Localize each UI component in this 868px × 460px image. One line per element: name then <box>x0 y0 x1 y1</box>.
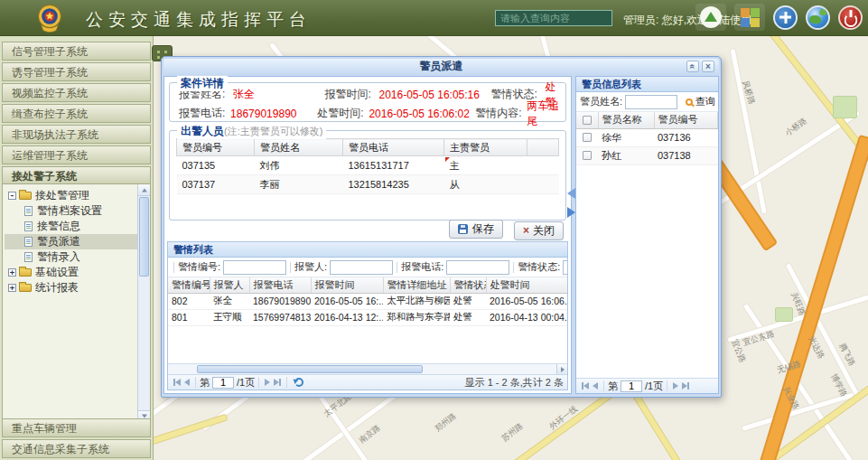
search-magnifier-icon <box>686 99 693 106</box>
close-window-button[interactable]: × <box>702 61 714 72</box>
filter-label-reporter: 报警人: <box>294 260 327 274</box>
table-row[interactable]: 孙红 037138 <box>576 146 718 164</box>
page-number-input[interactable] <box>621 380 642 392</box>
move-left-arrow-button[interactable] <box>567 188 575 199</box>
collapse-box-icon[interactable]: - <box>8 192 16 200</box>
map-globe-button[interactable] <box>806 5 830 30</box>
tree-node-archive-setting[interactable]: 警情档案设置 <box>5 203 137 219</box>
alert-list-panel: 警情列表 警情编号: 报警人: 报警电话: 警情状态: <box>167 241 568 390</box>
filter-label-phone: 报警电话: <box>401 260 443 274</box>
status-combo-input[interactable] <box>563 260 568 275</box>
cell-main-role[interactable]: 主 <box>444 156 527 175</box>
scroll-right-button[interactable] <box>556 364 567 374</box>
refresh-system-button[interactable] <box>695 4 726 31</box>
column-header[interactable]: 警员编号 <box>177 139 255 156</box>
phone-input[interactable] <box>446 260 509 275</box>
column-header[interactable]: 报警人 <box>210 277 249 293</box>
cell-main-role[interactable]: 从 <box>444 175 527 194</box>
tree-node-alarm-entry[interactable]: 警情录入 <box>5 249 137 265</box>
dialog-titlebar[interactable]: 警员派遣 « × <box>163 59 719 74</box>
scrollbar-thumb[interactable] <box>139 197 149 277</box>
close-button-label: 关闭 <box>533 223 555 239</box>
cell-officer-id: 037138 <box>654 146 718 164</box>
table-row[interactable]: 037135 刘伟 13615131717 主 <box>177 156 559 175</box>
cell-officer-name: 孙红 <box>598 146 654 164</box>
first-page-button[interactable] <box>173 379 181 386</box>
last-page-button[interactable] <box>274 379 281 386</box>
global-search-input[interactable] <box>495 10 612 26</box>
alert-id-input[interactable] <box>223 260 286 275</box>
column-header[interactable]: 警情状态 <box>450 277 486 293</box>
page-prefix-label: 第 <box>200 376 210 390</box>
cell-officer-name: 徐华 <box>598 128 654 146</box>
alert-grid: 警情编号 报警人 报警电话 报警时间 警情详细地址 警情状态 处警时间 802张… <box>168 277 567 363</box>
sidebar-item-key-vehicles[interactable]: 重点车辆管理 <box>2 418 151 437</box>
tree-scrollbar[interactable] <box>137 184 150 422</box>
sidebar-item-guidance[interactable]: 诱导管理子系统 <box>2 62 151 81</box>
close-button[interactable]: × 关闭 <box>514 221 564 240</box>
column-header[interactable]: 警员编号 <box>654 112 718 128</box>
sidebar-item-traffic-collection[interactable]: 交通信息采集子系统 <box>2 439 151 458</box>
horizontal-scrollbar[interactable] <box>168 363 567 374</box>
table-row[interactable]: 801王守顺 157699748132016-04-13 12:... 郑和路与… <box>168 309 567 325</box>
tree-node-officer-dispatch[interactable]: 警员派遣 <box>5 234 137 249</box>
sidebar-item-video[interactable]: 视频监控子系统 <box>2 83 151 102</box>
map-road-label: 郑州路 <box>433 410 459 435</box>
tree-node-statistics[interactable]: + 统计报表 <box>5 280 137 296</box>
add-button[interactable] <box>773 5 798 30</box>
move-right-arrow-button[interactable] <box>567 207 575 218</box>
column-header[interactable]: 报警时间 <box>311 277 383 293</box>
dispatch-officers-fieldset: 出警人员(注:主责警员可以修改) 警员编号 警员姓名 警员电话 主责警员 037… <box>169 130 566 221</box>
apps-grid-button[interactable] <box>734 4 765 31</box>
tree-node-alarm-info[interactable]: 接警信息 <box>5 219 137 234</box>
column-header[interactable]: 处警时间 <box>486 277 567 293</box>
tree-node-dispatch-mgmt[interactable]: - 接处警管理 <box>5 188 137 203</box>
expand-box-icon[interactable]: + <box>8 284 16 292</box>
column-header[interactable]: 警情详细地址 <box>383 277 450 293</box>
first-page-button[interactable] <box>582 382 589 390</box>
next-page-button[interactable] <box>265 379 270 386</box>
page-number-input[interactable] <box>212 377 234 389</box>
sidebar-item-dispatch-system[interactable]: 接处警子系统 <box>2 166 151 185</box>
column-header[interactable]: 报警电话 <box>249 277 311 293</box>
hscrollbar-thumb[interactable] <box>197 365 423 373</box>
status-combobox[interactable] <box>563 260 568 275</box>
prev-page-button[interactable] <box>593 382 598 390</box>
dispatch-note: (注:主责警员可以修改) <box>224 126 322 136</box>
tree-node-basic-setting[interactable]: + 基础设置 <box>5 265 137 280</box>
select-all-header[interactable] <box>576 112 598 128</box>
dispatch-legend-text: 出警人员 <box>181 125 224 137</box>
prev-page-button[interactable] <box>184 379 190 386</box>
last-page-button[interactable] <box>682 382 689 390</box>
sidebar-item-checkpoint[interactable]: 缉查布控子系统 <box>2 104 151 123</box>
dialog-title: 警员派遣 <box>420 59 463 74</box>
checkbox-icon[interactable] <box>583 116 592 125</box>
expand-box-icon[interactable]: + <box>8 268 16 277</box>
refresh-icon[interactable] <box>294 378 303 387</box>
sidebar-item-signal[interactable]: 信号管理子系统 <box>2 42 151 61</box>
collapse-window-button[interactable]: « <box>686 61 699 72</box>
table-row[interactable]: 802张全 186790198902016-05-05 16:... 太平北路与… <box>168 293 567 309</box>
sidebar-bottom: 重点车辆管理 交通信息采集子系统 <box>0 417 153 458</box>
close-x-icon: × <box>523 224 529 237</box>
save-button[interactable]: 保存 <box>449 220 503 239</box>
row-checkbox[interactable] <box>583 133 592 142</box>
officer-name-input[interactable] <box>625 95 677 109</box>
reporter-input[interactable] <box>330 260 393 275</box>
column-header[interactable]: 警员名称 <box>598 112 654 128</box>
field-label: 报警电话: <box>179 106 230 121</box>
column-header-alert-id[interactable]: 警情编号 <box>168 277 210 293</box>
logout-power-button[interactable] <box>838 5 863 30</box>
sidebar-item-ops[interactable]: 运维管理子系统 <box>2 146 151 164</box>
table-row[interactable]: 徐华 037136 <box>576 128 718 146</box>
table-row[interactable]: 037137 李丽 13215814235 从 <box>177 175 559 194</box>
next-page-button[interactable] <box>673 382 678 390</box>
column-header[interactable]: 主责警员 <box>444 139 527 156</box>
officer-search-button[interactable]: 查询 <box>681 93 720 110</box>
column-header[interactable]: 警员姓名 <box>255 139 343 156</box>
row-checkbox[interactable] <box>583 151 592 160</box>
sidebar-item-offsite[interactable]: 非现场执法子系统 <box>2 125 151 144</box>
column-header[interactable]: 警员电话 <box>343 139 444 156</box>
officer-panel-title: 警员信息列表 <box>576 77 718 92</box>
scroll-up-button[interactable] <box>138 184 150 196</box>
